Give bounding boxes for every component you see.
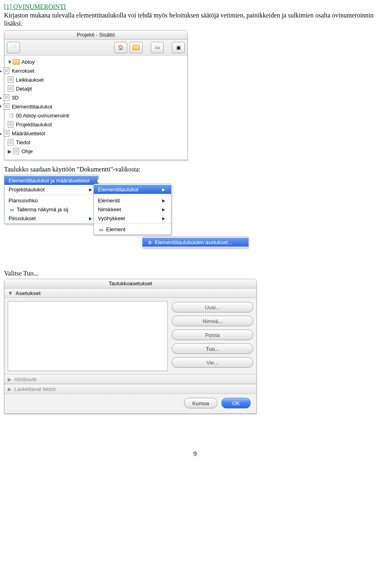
tree-label: Ohje bbox=[22, 148, 32, 154]
menu-item-projektitaulukot[interactable]: Projektitaulukot▶ bbox=[4, 185, 98, 194]
tree-label: Elementtitaulukot bbox=[12, 104, 52, 110]
menu-item-elementtitaulukoiden-asetukset[interactable]: ⚙Elementtitaulukoiden asetukset... bbox=[143, 238, 248, 247]
document-icon bbox=[8, 85, 13, 92]
document-icon bbox=[8, 121, 13, 128]
tree-item-ohje[interactable]: ▶ Ohje bbox=[4, 147, 187, 156]
project-content-panel: Projekti - Sisältö 📄 🏠 ▭ ▣ ▼ Abloy ▶ Ker… bbox=[4, 30, 188, 160]
toolbar-home-button[interactable]: 🏠 bbox=[114, 42, 127, 53]
chevron-right-icon: ▶ bbox=[162, 216, 165, 221]
caption-valitse-tuo: Valitse Tuo... bbox=[4, 270, 386, 277]
kumoa-button[interactable]: Kumoa bbox=[184, 398, 217, 408]
disclosure-right-icon[interactable]: ▶ bbox=[7, 148, 13, 154]
section-laskettavat-tiedot[interactable]: ▶ Laskettavat tiedot bbox=[4, 384, 256, 394]
tree-item-tiedot[interactable]: Tiedot bbox=[4, 138, 187, 147]
menu-item-elementit[interactable]: Elementit▶ bbox=[94, 196, 171, 205]
poista-button[interactable]: Poista bbox=[172, 330, 253, 340]
disclosure-right-icon: ▶ bbox=[8, 386, 12, 392]
menu-label: Piirustukset bbox=[9, 215, 36, 221]
tree-item-detaljit[interactable]: Detaljit bbox=[4, 84, 187, 93]
menu-item-elementtitaulukot-ja-maaraluettelot[interactable]: Elementtitaulukot ja määräluettelot▶ bbox=[4, 176, 98, 185]
menu-label: Elementit bbox=[98, 197, 120, 204]
menu-label: Tallenna näkymä ja sij bbox=[17, 206, 68, 213]
menu-item-piirustukset[interactable]: Piirustukset▶ bbox=[4, 214, 98, 223]
disclosure-down-icon: ▼ bbox=[8, 290, 13, 296]
chevron-right-icon: ▶ bbox=[98, 178, 101, 183]
menu-item-element[interactable]: ▭Element bbox=[94, 225, 171, 234]
menu-label: Planssivihko bbox=[9, 197, 38, 204]
menu-label: Element bbox=[106, 226, 126, 232]
menu-label: Projektitaulukot bbox=[9, 187, 45, 193]
tree-root-abloy[interactable]: ▼ Abloy bbox=[4, 57, 187, 66]
disclosure-right-icon: ▶ bbox=[8, 376, 12, 382]
menu-item-vyohykkeet[interactable]: Vyöhykkeet▶ bbox=[94, 214, 171, 223]
disclosure-right-icon[interactable]: ▶ bbox=[0, 68, 3, 74]
home-icon: 🏠 bbox=[118, 45, 124, 50]
chevron-right-icon: ▶ bbox=[89, 187, 92, 192]
document-icon bbox=[4, 130, 9, 137]
tree-label: Määräluettelot bbox=[12, 130, 45, 137]
tree-label: Abloy bbox=[22, 59, 35, 65]
tree-item-leikkaukset[interactable]: Leikkaukset bbox=[4, 75, 187, 84]
menu-level-1: Elementtitaulukot ja määräluettelot▶ Pro… bbox=[4, 175, 98, 224]
section-attribuutti[interactable]: ▶ Attribuutti bbox=[4, 374, 256, 384]
panel-toolbar: 📄 🏠 ▭ ▣ bbox=[4, 40, 187, 56]
toolbar-folder-button[interactable] bbox=[130, 42, 143, 53]
document-icon: 📄 bbox=[11, 45, 17, 50]
settings-listbox[interactable] bbox=[8, 301, 168, 371]
button-label: Uusi... bbox=[205, 304, 220, 310]
tree-label: Kerrokset bbox=[12, 68, 35, 74]
intro-paragraph: Kirjaston mukana tulevalla elementtitaul… bbox=[4, 11, 386, 28]
button-label: Nimeä... bbox=[203, 318, 222, 324]
disclosure-right-icon[interactable]: ▶ bbox=[0, 130, 3, 137]
settings-icon: ⚙ bbox=[147, 240, 153, 245]
menu-label: Vyöhykkeet bbox=[98, 215, 125, 221]
tree-item-3d[interactable]: ▶ 3D bbox=[4, 93, 187, 102]
chevron-right-icon: ▶ bbox=[162, 187, 165, 192]
uusi-button[interactable]: Uusi... bbox=[172, 302, 253, 312]
menu-item-elementtitaulukot[interactable]: Elementtitaulukot▶ bbox=[94, 185, 171, 194]
nimea-button[interactable]: Nimeä... bbox=[172, 316, 253, 326]
button-label: Kumoa bbox=[192, 400, 209, 406]
menu-separator bbox=[94, 223, 171, 224]
chevron-right-icon: ▶ bbox=[89, 216, 92, 221]
schedule-icon: ▭ bbox=[98, 227, 104, 232]
menu-item-tallenna-nakyma[interactable]: ▭Tallenna näkymä ja sij bbox=[4, 205, 98, 214]
tree-item-elementtitaulukot[interactable]: ▼ Elementtitaulukot bbox=[4, 102, 187, 111]
tree-item-maaraluettelot[interactable]: ▶ Määräluettelot bbox=[4, 129, 187, 138]
tree-label: Leikkaukset bbox=[16, 77, 44, 83]
document-icon bbox=[4, 103, 9, 110]
panel-title: Projekti - Sisältö bbox=[4, 30, 187, 40]
folder-icon bbox=[132, 45, 140, 50]
taulukkoasetukset-panel: Taulukkoasetukset ▼ Asetukset Uusi... Ni… bbox=[4, 279, 257, 414]
disclosure-down-icon[interactable]: ▼ bbox=[0, 104, 3, 110]
tuo-button[interactable]: Tuo... bbox=[172, 343, 253, 354]
menu-label: Elementtitaulukot ja määräluettelot bbox=[9, 178, 89, 184]
button-label: Tuo... bbox=[206, 346, 219, 352]
caption-dokumentti-menu: Taulukko saadaan käyttöön "Dokumentti"-v… bbox=[4, 166, 386, 173]
toolbar-layout-button[interactable]: ▭ bbox=[151, 42, 164, 53]
section-label: Attribuutti bbox=[14, 376, 37, 382]
menu-separator bbox=[94, 195, 171, 195]
vie-button[interactable]: Vie... bbox=[172, 357, 253, 368]
document-icon bbox=[4, 94, 9, 101]
menu-item-nimikkeet[interactable]: Nimikkeet▶ bbox=[94, 205, 171, 214]
menu-item-planssivihko[interactable]: Planssivihko bbox=[4, 196, 98, 205]
ok-button[interactable]: OK bbox=[221, 398, 251, 408]
toolbar-grid-button[interactable]: ▣ bbox=[172, 42, 185, 53]
project-tree: ▼ Abloy ▶ Kerrokset Leikkaukset Detaljit… bbox=[4, 56, 187, 160]
disclosure-right-icon[interactable]: ▶ bbox=[0, 95, 3, 101]
dialog-footer: Kumoa OK bbox=[4, 394, 256, 413]
menu-level-2: Elementtitaulukot▶ Elementit▶ Nimikkeet▶… bbox=[93, 184, 171, 235]
section-asetukset[interactable]: ▼ Asetukset bbox=[4, 289, 256, 298]
tree-item-projektitaulukot[interactable]: Projektitaulukot bbox=[4, 120, 187, 129]
button-label: Vie... bbox=[206, 360, 218, 366]
save-view-icon: ▭ bbox=[9, 207, 15, 213]
toolbar-new-view-button[interactable]: 📄 bbox=[7, 42, 20, 53]
tree-label: Detaljit bbox=[16, 86, 32, 92]
asetukset-body: Uusi... Nimeä... Poista Tuo... Vie... bbox=[4, 298, 256, 374]
tree-item-abloy-ovinumerointi[interactable]: 📑 00 Abloy-ovinumerointi bbox=[4, 111, 187, 120]
tree-item-kerrokset[interactable]: ▶ Kerrokset bbox=[4, 66, 187, 75]
tree-label: Tiedot bbox=[16, 139, 30, 145]
disclosure-down-icon[interactable]: ▼ bbox=[7, 59, 13, 65]
document-icon bbox=[8, 139, 13, 145]
